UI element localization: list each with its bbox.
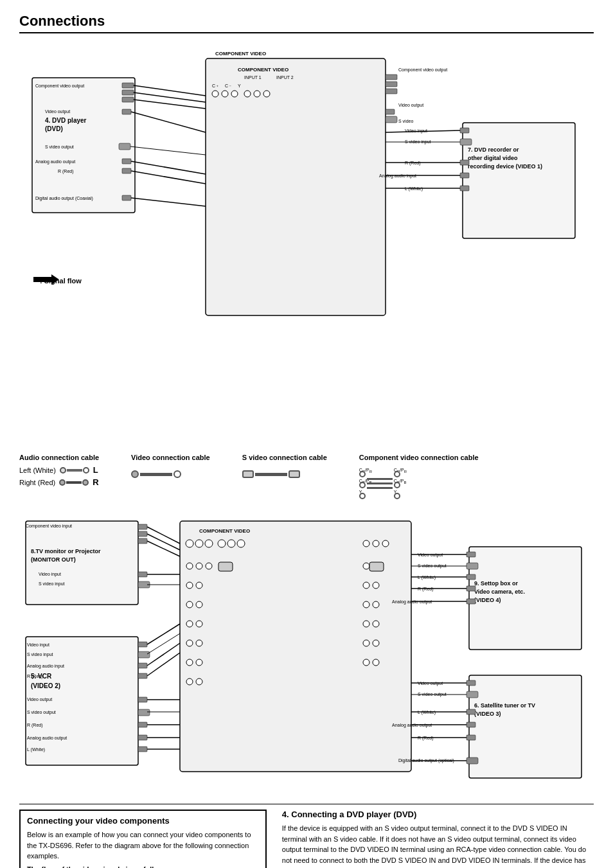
svg-rect-137 bbox=[138, 709, 150, 716]
lower-diagram-svg: COMPONENT VIDEO bbox=[19, 508, 594, 791]
svg-text:R (Red): R (Red) bbox=[418, 587, 434, 592]
svg-point-74 bbox=[227, 540, 235, 547]
video-cable-legend: Video connection cable bbox=[131, 454, 210, 478]
svg-point-71 bbox=[195, 540, 203, 547]
svg-point-103 bbox=[363, 640, 369, 646]
svg-rect-49 bbox=[460, 173, 469, 178]
component-cable-label: Component video connection cable bbox=[359, 454, 479, 461]
svg-text:C﹢: C﹢ bbox=[212, 84, 220, 88]
svg-rect-135 bbox=[138, 697, 147, 702]
upper-diagram: COMPONENT VIDEO INPUT 1 INPUT 2 C﹢ C﹣ Y … bbox=[19, 36, 594, 447]
svg-rect-64 bbox=[386, 116, 397, 123]
cable-legend: Audio connection cable Left (White) L Ri… bbox=[19, 454, 594, 499]
svg-text:Digital audio output (Coaxial): Digital audio output (Coaxial) bbox=[35, 196, 93, 201]
svg-line-37 bbox=[131, 198, 206, 206]
svg-text:recording device (VIDEO 1): recording device (VIDEO 1) bbox=[468, 163, 542, 170]
svg-text:Analog audio output: Analog audio output bbox=[35, 159, 75, 164]
svg-rect-129 bbox=[138, 651, 150, 658]
svg-rect-115 bbox=[138, 572, 147, 577]
left-connector bbox=[60, 467, 89, 474]
audio-cable-legend: Audio connection cable Left (White) L Ri… bbox=[19, 454, 99, 487]
svg-text:L (White): L (White) bbox=[418, 710, 436, 715]
svg-text:(MONITOR OUT): (MONITOR OUT) bbox=[31, 556, 76, 563]
svg-rect-18 bbox=[122, 90, 134, 95]
svg-text:COMPONENT VIDEO: COMPONENT VIDEO bbox=[238, 67, 289, 73]
svg-point-85 bbox=[196, 621, 202, 627]
svg-point-9 bbox=[231, 91, 238, 97]
svg-line-147 bbox=[147, 653, 180, 676]
svg-text:Component video output: Component video output bbox=[398, 67, 447, 73]
svg-rect-176 bbox=[466, 680, 475, 686]
svg-text:INPUT 2: INPUT 2 bbox=[276, 75, 294, 80]
svg-rect-96 bbox=[369, 562, 384, 571]
svg-rect-0 bbox=[206, 58, 386, 315]
svg-point-87 bbox=[196, 640, 202, 646]
svg-point-84 bbox=[186, 621, 193, 627]
left-white-label: Left (White) bbox=[19, 466, 56, 474]
info-section: Connecting your video components Below i… bbox=[19, 804, 594, 868]
svg-point-8 bbox=[222, 91, 228, 97]
svg-text:S video output: S video output bbox=[27, 710, 56, 715]
svg-text:COMPONENT VIDEO: COMPONENT VIDEO bbox=[215, 51, 266, 57]
right-red-label: Right (Red) bbox=[19, 479, 55, 486]
svg-text:Analog audio output: Analog audio output bbox=[27, 736, 67, 741]
svg-text:COMPONENT VIDEO: COMPONENT VIDEO bbox=[199, 528, 250, 534]
svg-rect-38 bbox=[463, 123, 575, 238]
svg-line-144 bbox=[147, 624, 180, 644]
svg-point-80 bbox=[186, 582, 193, 589]
svg-text:Analog audio output: Analog audio output bbox=[392, 723, 432, 728]
svg-text:Y: Y bbox=[238, 84, 241, 88]
lower-diagram: COMPONENT VIDEO bbox=[19, 508, 594, 797]
r-label: R bbox=[93, 477, 98, 487]
svg-text:(VIDEO 4): (VIDEO 4) bbox=[474, 597, 501, 603]
svg-point-106 bbox=[373, 659, 379, 666]
svg-rect-45 bbox=[460, 139, 472, 145]
svg-rect-43 bbox=[460, 128, 469, 133]
svg-line-120 bbox=[147, 541, 180, 556]
svg-point-95 bbox=[363, 563, 369, 569]
svg-text:Video output: Video output bbox=[45, 109, 70, 114]
svg-rect-21 bbox=[122, 109, 131, 114]
svg-line-119 bbox=[147, 534, 180, 550]
svg-rect-27 bbox=[122, 168, 131, 173]
video-cable-label: Video connection cable bbox=[131, 454, 210, 461]
svg-text:Video output: Video output bbox=[418, 553, 443, 558]
svg-rect-59 bbox=[386, 82, 397, 87]
svg-text:R (Red): R (Red) bbox=[27, 674, 43, 679]
svg-point-98 bbox=[373, 582, 379, 589]
svg-point-73 bbox=[218, 540, 226, 547]
right-red-row: Right (Red) R bbox=[19, 477, 99, 487]
svg-point-82 bbox=[186, 601, 193, 608]
svg-rect-25 bbox=[122, 159, 131, 164]
svg-text:8.TV monitor or Projector: 8.TV monitor or Projector bbox=[31, 548, 101, 554]
svg-point-75 bbox=[237, 540, 245, 547]
svg-rect-178 bbox=[466, 691, 478, 698]
svg-rect-112 bbox=[138, 531, 147, 536]
svg-text:Video input: Video input bbox=[39, 572, 61, 577]
upper-diagram-svg: COMPONENT VIDEO INPUT 1 INPUT 2 C﹢ C﹣ Y … bbox=[19, 36, 594, 447]
svg-text:(DVD): (DVD) bbox=[45, 125, 63, 132]
svg-point-10 bbox=[244, 91, 251, 97]
svg-rect-127 bbox=[138, 642, 147, 647]
svg-line-33 bbox=[131, 112, 206, 132]
svg-rect-107 bbox=[26, 521, 138, 605]
svg-text:INPUT 1: INPUT 1 bbox=[244, 75, 262, 80]
connecting-video-components: Connecting your video components Below i… bbox=[19, 810, 267, 868]
svg-point-81 bbox=[196, 582, 202, 589]
svg-point-102 bbox=[373, 621, 379, 627]
svg-rect-60 bbox=[386, 89, 397, 94]
svg-rect-29 bbox=[122, 195, 131, 200]
svg-text:S video input: S video input bbox=[39, 581, 65, 587]
svg-line-36 bbox=[131, 171, 206, 184]
svg-point-94 bbox=[382, 540, 389, 547]
svg-line-34 bbox=[130, 146, 206, 155]
svg-point-100 bbox=[373, 601, 379, 608]
svg-rect-79 bbox=[218, 562, 233, 571]
svideo-cable-legend: S video connection cable bbox=[242, 454, 327, 478]
svg-point-78 bbox=[206, 563, 212, 569]
svideo-cable-label: S video connection cable bbox=[242, 454, 327, 461]
svg-rect-58 bbox=[386, 75, 397, 80]
svg-rect-23 bbox=[119, 143, 130, 150]
svg-text:L (White): L (White) bbox=[418, 575, 436, 580]
svg-text:Video output: Video output bbox=[418, 681, 443, 686]
